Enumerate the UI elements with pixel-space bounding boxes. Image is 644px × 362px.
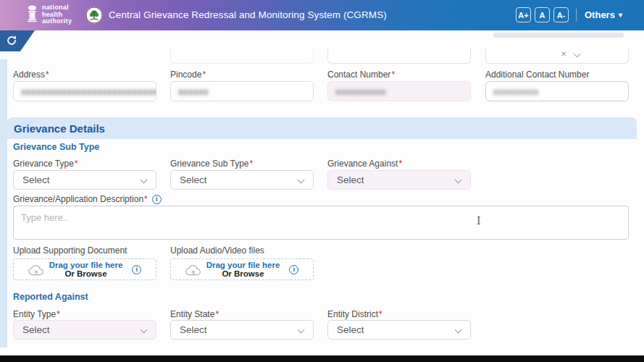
chevron-down-icon xyxy=(141,177,148,184)
grievance-details-section-header: Grievance Details xyxy=(7,117,637,139)
chevron-down-icon xyxy=(141,327,148,334)
contact-number-label: Contact Number* xyxy=(327,70,395,80)
cgrms-tree-logo-icon xyxy=(85,7,103,24)
upload-texts: Drag your file here Or Browse xyxy=(206,261,280,278)
cgrms-page: national health authority Central Grieva… xyxy=(0,0,644,362)
others-menu[interactable]: Others ▾ xyxy=(585,9,622,20)
grievance-against-select[interactable]: Select xyxy=(327,170,471,190)
upload-document-dropzone[interactable]: Drag your file here Or Browse i xyxy=(13,258,156,280)
pincode-input[interactable]: xxxxxx xyxy=(170,81,314,101)
ashoka-emblem-icon xyxy=(27,5,38,24)
info-icon[interactable]: i xyxy=(132,265,141,274)
left-accent-strip xyxy=(0,59,7,348)
cutoff-field[interactable] xyxy=(327,48,471,64)
grievance-sub-type-label: Grievance Sub Type* xyxy=(170,159,253,169)
pincode-label: Pincode* xyxy=(170,70,206,80)
upload-texts: Drag your file here Or Browse xyxy=(49,261,123,278)
info-icon[interactable]: i xyxy=(152,195,162,204)
blurred-value: xxxxxxxxxx xyxy=(335,86,386,97)
refresh-icon xyxy=(6,35,17,46)
grievance-sub-type-heading: Grievance Sub Type xyxy=(13,142,99,152)
chevron-down-icon xyxy=(298,177,305,184)
description-label: Grievance/Application Description* i xyxy=(13,194,162,204)
brand-text: national health authority xyxy=(42,4,72,25)
grievance-type-select[interactable]: Select xyxy=(13,170,156,190)
font-normal-button[interactable]: A xyxy=(535,7,550,22)
address-label: Address* xyxy=(13,70,49,80)
bottom-black-bar xyxy=(0,355,644,362)
description-textarea[interactable] xyxy=(13,206,629,240)
others-label: Others xyxy=(585,9,615,20)
cutoff-field[interactable] xyxy=(170,48,314,64)
chevron-down-icon xyxy=(455,177,462,184)
blurred-value: xxxxxxxxx xyxy=(493,86,539,97)
font-decrease-button[interactable]: A- xyxy=(553,7,569,22)
upload-document-label: Upload Supporting Document xyxy=(13,245,127,256)
blurred-value: xxxxxx xyxy=(178,86,209,97)
additional-contact-label: Additional Contact Number* xyxy=(485,70,589,80)
entity-type-select[interactable]: Select xyxy=(13,320,156,340)
additional-contact-input[interactable]: xxxxxxxxx xyxy=(485,81,629,101)
upload-cloud-icon xyxy=(28,264,44,276)
upload-cloud-icon xyxy=(185,264,201,276)
refresh-tab[interactable] xyxy=(0,30,35,51)
chevron-down-icon: ▾ xyxy=(619,11,622,19)
cutoff-select[interactable]: ✕ xyxy=(485,48,629,64)
entity-type-label: Entity Type* xyxy=(13,309,60,319)
reported-against-heading: Reported Against xyxy=(13,292,88,302)
contact-number-input[interactable]: xxxxxxxxxx xyxy=(327,81,471,101)
entity-state-select[interactable]: Select xyxy=(170,320,314,340)
clear-icon[interactable]: ✕ xyxy=(561,50,566,58)
chevron-down-icon xyxy=(298,327,305,334)
chevron-down-icon xyxy=(574,51,580,56)
entity-district-select[interactable]: Select xyxy=(327,320,471,340)
grievance-type-label: Grievance Type* xyxy=(13,159,78,169)
address-input[interactable]: xxxxxxxxxxxxxxxxxxxxxxxxxxxxxx xyxy=(13,81,156,101)
entity-state-label: Entity State* xyxy=(170,309,219,319)
nha-logo: national health authority xyxy=(27,4,72,25)
app-header: national health authority Central Grieva… xyxy=(0,0,644,30)
grievance-sub-type-select[interactable]: Select xyxy=(170,170,314,190)
font-size-controls: A+ A A- xyxy=(516,7,569,22)
grievance-against-label: Grievance Against* xyxy=(327,159,402,169)
info-icon[interactable]: i xyxy=(289,265,298,274)
entity-district-label: Entity District* xyxy=(327,309,382,319)
page-title: Central Grievance Redressal and Monitori… xyxy=(109,9,387,20)
font-increase-button[interactable]: A+ xyxy=(516,7,531,22)
upload-audio-video-label: Upload Audio/Video files xyxy=(170,245,264,256)
upload-audio-video-dropzone[interactable]: Drag your file here Or Browse i xyxy=(170,258,314,280)
chevron-down-icon xyxy=(455,327,462,334)
blurred-value: xxxxxxxxxxxxxxxxxxxxxxxxxxxxxx xyxy=(21,86,156,97)
partially-scrolled-element xyxy=(493,33,624,38)
header-divider xyxy=(576,9,577,21)
